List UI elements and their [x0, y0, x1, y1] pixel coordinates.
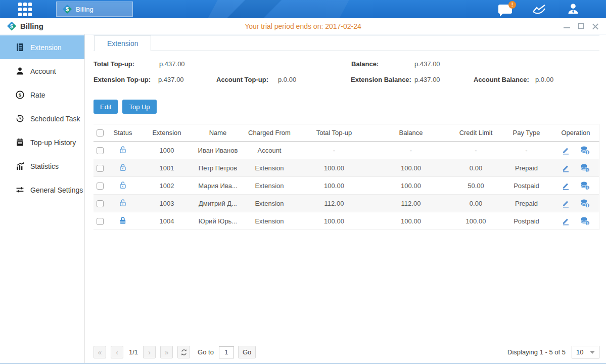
row-checkbox[interactable]: [97, 165, 104, 172]
pencil-icon: [562, 181, 570, 190]
charged-from-cell: Extension: [241, 159, 298, 177]
topup-row-icon[interactable]: $: [580, 146, 590, 155]
sidebar-item-label: Extension: [30, 43, 61, 52]
extension-cell: 1003: [139, 195, 195, 212]
coins-dollar-icon: $: [580, 199, 590, 208]
pencil-icon: [562, 164, 570, 172]
sidebar-item-extension[interactable]: Extension: [0, 35, 84, 59]
balance-cell: 100.00: [370, 177, 451, 195]
pay-type-cell: Prepaid: [500, 159, 552, 177]
topup-row-icon[interactable]: $: [580, 199, 590, 208]
row-checkbox[interactable]: [97, 147, 104, 154]
svg-text:$: $: [586, 186, 588, 190]
sidebar-item-scheduled-task[interactable]: Scheduled Task: [0, 107, 84, 130]
svg-text:$: $: [586, 221, 588, 225]
extension-cell: 1004: [139, 212, 195, 230]
table-row: 1001 Петр Петров Extension 100.00 100.00…: [94, 159, 599, 177]
edit-row-icon[interactable]: [562, 146, 570, 155]
taskbar-tab-label: Billing: [76, 6, 94, 13]
last-page-button[interactable]: »: [160, 346, 173, 358]
balance-value: p.437.00: [414, 60, 440, 68]
extensions-table: Status Extension Name Charged From Total…: [94, 124, 599, 230]
topup-row-icon[interactable]: $: [580, 181, 590, 190]
extension-balance-value: p.437.00: [414, 76, 440, 83]
name-cell: Петр Петров: [195, 159, 241, 177]
credit-limit-cell: 0.00: [451, 195, 500, 212]
table-row: 1003 Дмитрий Д... Extension 112.00 112.0…: [94, 195, 599, 212]
sidebar-item-rate[interactable]: $ Rate: [0, 83, 84, 107]
pay-type-cell: Prepaid: [500, 195, 552, 212]
refresh-button[interactable]: [177, 346, 190, 358]
svg-text:$: $: [586, 204, 588, 208]
tab-strip: Extension: [94, 35, 599, 51]
billing-summary: Total Top-up: p.437.00 Balance: p.437.00…: [94, 57, 599, 89]
coins-dollar-icon: $: [580, 146, 590, 155]
lock-status-icon[interactable]: [119, 199, 127, 207]
first-page-button[interactable]: «: [94, 346, 106, 358]
maximize-icon[interactable]: [578, 23, 584, 29]
total-topup-cell: -: [298, 142, 370, 159]
window-title: Billing: [20, 22, 43, 30]
tab-extension[interactable]: Extension: [94, 35, 151, 51]
desktop-topbar: $ Billing !: [0, 0, 606, 18]
sidebar-item-statistics[interactable]: Statistics: [0, 154, 84, 178]
sidebar-item-topup-history[interactable]: Top-up History: [0, 130, 84, 154]
taskbar-tab-billing[interactable]: $ Billing: [56, 2, 133, 17]
topup-row-icon[interactable]: $: [580, 217, 590, 225]
column-header-name: Name: [195, 124, 241, 142]
svg-text:$: $: [586, 168, 588, 172]
prev-page-button[interactable]: ‹: [111, 346, 123, 358]
table-row: 1002 Мария Ива... Extension 100.00 100.0…: [94, 177, 599, 195]
topup-row-icon[interactable]: $: [580, 164, 590, 172]
column-header-balance: Balance: [370, 124, 451, 142]
next-page-button[interactable]: ›: [143, 346, 156, 358]
credit-limit-cell: 50.00: [451, 177, 500, 195]
displaying-text: Displaying 1 - 5 of 5: [507, 348, 566, 356]
lock-status-icon[interactable]: [119, 216, 127, 224]
column-header-credit-limit: Credit Limit: [451, 124, 500, 142]
sidebar: Extension Account $ Rate: [0, 34, 85, 363]
edit-row-icon[interactable]: [562, 199, 570, 208]
sidebar-item-account[interactable]: Account: [0, 59, 84, 83]
chat-icon[interactable]: !: [498, 5, 512, 14]
edit-row-icon[interactable]: [562, 164, 570, 172]
total-topup-cell: 100.00: [298, 177, 370, 195]
edit-row-icon[interactable]: [562, 217, 570, 225]
ledger-icon: [16, 43, 24, 52]
charged-from-cell: Extension: [241, 195, 298, 212]
lock-status-icon[interactable]: [119, 181, 127, 189]
name-cell: Дмитрий Д...: [195, 195, 241, 212]
balance-cell: 100.00: [370, 159, 451, 177]
page-size-value: 10: [576, 348, 583, 356]
row-checkbox[interactable]: [97, 218, 104, 225]
select-all-checkbox[interactable]: [97, 129, 104, 136]
bar-chart-icon: [16, 162, 24, 170]
lock-status-icon[interactable]: [119, 163, 127, 171]
minimize-icon[interactable]: [564, 24, 570, 28]
column-header-pay-type: Pay Type: [500, 124, 552, 142]
trial-period-notice: Your trial period ends on: 2017-02-24: [0, 22, 606, 30]
sidebar-item-general-settings[interactable]: General Settings: [0, 178, 84, 202]
goto-page-input[interactable]: [219, 346, 234, 358]
edit-row-icon[interactable]: [562, 181, 570, 190]
table-row: 1004 Юрий Юрь... Extension 100.00 100.00…: [94, 212, 599, 230]
close-icon[interactable]: [592, 23, 599, 29]
column-header-extension: Extension: [139, 124, 195, 142]
edit-button[interactable]: Edit: [94, 100, 118, 114]
go-button[interactable]: Go: [238, 346, 256, 358]
topup-button[interactable]: Top Up: [122, 100, 156, 114]
page-size-select[interactable]: 10: [572, 346, 599, 358]
sidebar-item-label: Rate: [30, 91, 45, 99]
user-icon[interactable]: [567, 3, 580, 16]
lock-status-icon[interactable]: [119, 146, 127, 154]
row-checkbox[interactable]: [97, 183, 104, 190]
unlocked-icon: [119, 163, 127, 171]
pay-type-cell: Postpaid: [500, 177, 552, 195]
row-checkbox[interactable]: [97, 200, 104, 207]
coins-dollar-icon: $: [580, 217, 590, 225]
goto-label: Go to: [198, 348, 214, 356]
app-grid-icon[interactable]: [18, 3, 32, 16]
statistics-chart-icon[interactable]: [532, 4, 546, 15]
notification-badge: !: [508, 1, 516, 9]
coins-dollar-icon: $: [580, 164, 590, 172]
